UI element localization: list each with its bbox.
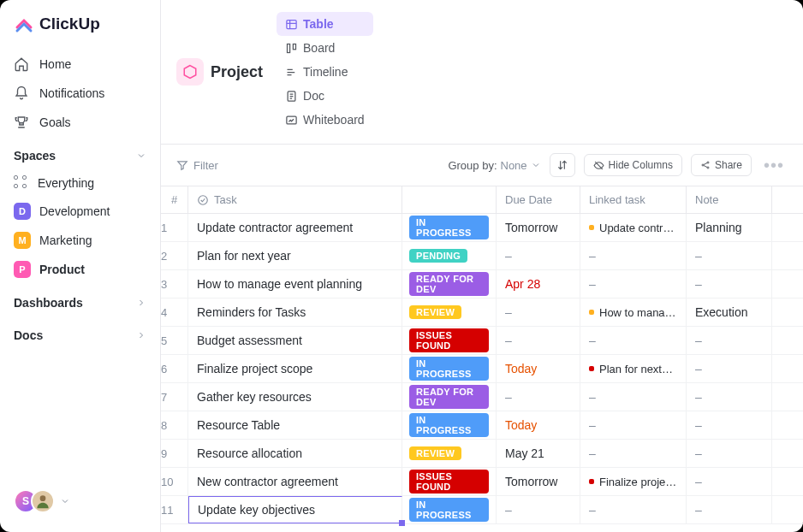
sidebar-space-product[interactable]: PProduct <box>0 255 160 284</box>
table-row[interactable]: 5 Budget assessment ISSUES FOUND – – – <box>161 327 803 355</box>
cell-note[interactable]: – <box>687 355 772 382</box>
cell-note[interactable]: Planning <box>687 214 772 241</box>
cell-status[interactable]: ISSUES FOUND <box>402 468 497 495</box>
cell-task[interactable]: Plan for next year <box>188 242 402 269</box>
sidebar-item-home[interactable]: Home <box>0 50 160 79</box>
cell-due-date[interactable]: Tomorrow <box>497 214 580 241</box>
cell-linked-task[interactable]: Plan for next… <box>580 355 687 382</box>
cell-due-date[interactable]: – <box>497 299 580 326</box>
logo[interactable]: ClickUp <box>0 14 160 50</box>
cell-due-date[interactable]: – <box>497 242 580 269</box>
cell-task[interactable]: Budget assessment <box>188 327 402 354</box>
share-button[interactable]: Share <box>691 154 752 176</box>
filter-button[interactable]: Filter <box>176 159 218 172</box>
cell-status[interactable]: IN PROGRESS <box>402 355 497 382</box>
cell-status[interactable]: IN PROGRESS <box>402 496 497 523</box>
cell-task[interactable]: Reminders for Tasks <box>188 299 402 326</box>
cell-status[interactable]: IN PROGRESS <box>402 411 497 439</box>
table-row[interactable]: 9 Resource allocation REVIEW May 21 – – <box>161 440 803 468</box>
cell-task[interactable]: New contractor agreement <box>188 468 402 495</box>
cell-due-date[interactable]: – <box>497 327 580 354</box>
cell-task[interactable]: Resource allocation <box>188 440 402 467</box>
cell-task[interactable]: Update contractor agreement <box>188 214 402 241</box>
column-header-linked[interactable]: Linked task <box>580 186 687 213</box>
group-by-selector[interactable]: Group by: None <box>448 159 540 172</box>
cell-linked-task[interactable]: – <box>580 242 687 269</box>
cell-task[interactable]: Resource Table <box>188 411 402 439</box>
cell-note[interactable]: – <box>687 496 772 523</box>
cell-linked-task[interactable]: – <box>580 327 687 354</box>
cell-task[interactable]: Finalize project scope <box>188 355 402 382</box>
cell-status[interactable]: REVIEW <box>402 440 497 467</box>
table-row[interactable]: 4 Reminders for Tasks REVIEW – How to ma… <box>161 299 803 327</box>
cell-due-date[interactable]: Today <box>497 411 580 439</box>
cell-status[interactable]: READY FOR DEV <box>402 383 497 411</box>
dashboards-header[interactable]: Dashboards <box>0 284 160 316</box>
cell-linked-task[interactable]: – <box>580 270 687 298</box>
cell-status[interactable]: IN PROGRESS <box>402 214 497 241</box>
sidebar-item-goals[interactable]: Goals <box>0 108 160 137</box>
more-button[interactable]: ••• <box>760 156 788 175</box>
cell-linked-task[interactable]: – <box>580 383 687 411</box>
column-header-status[interactable] <box>402 186 497 213</box>
cell-task[interactable]: Update key objectives <box>188 496 402 523</box>
cell-note[interactable]: Execution <box>687 299 772 326</box>
cell-linked-task[interactable]: – <box>580 411 687 439</box>
column-header-task[interactable]: Task <box>188 186 402 213</box>
cell-note[interactable]: – <box>687 440 772 467</box>
cell-note[interactable]: – <box>687 327 772 354</box>
cell-linked-task[interactable]: – <box>580 440 687 467</box>
space-badge: P <box>14 261 31 278</box>
cell-status[interactable]: PENDING <box>402 242 497 269</box>
docs-header[interactable]: Docs <box>0 316 160 349</box>
cell-note[interactable]: – <box>687 411 772 439</box>
table-row[interactable]: 3 How to manage event planning READY FOR… <box>161 270 803 299</box>
tab-timeline[interactable]: Timeline <box>277 60 373 84</box>
cell-note[interactable]: – <box>687 270 772 298</box>
table-row[interactable]: 6 Finalize project scope IN PROGRESS Tod… <box>161 355 803 383</box>
cell-linked-task[interactable]: Finalize proje… <box>580 468 687 495</box>
cell-note[interactable]: – <box>687 468 772 495</box>
spaces-header[interactable]: Spaces <box>0 137 160 169</box>
cell-due-date[interactable]: May 21 <box>497 440 580 467</box>
table-row[interactable]: 11 Update key objectives IN PROGRESS – –… <box>161 496 803 524</box>
table-row[interactable]: 1 Update contractor agreement IN PROGRES… <box>161 214 803 242</box>
table-row[interactable]: 2 Plan for next year PENDING – – – <box>161 242 803 270</box>
tab-table[interactable]: Table <box>277 12 373 36</box>
cell-due-date[interactable]: Tomorrow <box>497 468 580 495</box>
tab-doc[interactable]: Doc <box>277 84 373 108</box>
column-header-note[interactable]: Note <box>687 186 772 213</box>
hide-columns-button[interactable]: Hide Columns <box>584 154 682 176</box>
sidebar-space-development[interactable]: DDevelopment <box>0 197 160 226</box>
cell-linked-task[interactable]: Update contr… <box>580 214 687 241</box>
avatar[interactable] <box>31 489 55 513</box>
sidebar-item-everything[interactable]: Everything <box>0 169 160 197</box>
table-row[interactable]: 10 New contractor agreement ISSUES FOUND… <box>161 468 803 496</box>
svg-point-7 <box>707 162 709 163</box>
cell-status[interactable]: REVIEW <box>402 299 497 326</box>
cell-due-date[interactable]: – <box>497 383 580 411</box>
cell-due-date[interactable]: – <box>497 496 580 523</box>
sidebar-item-notifications[interactable]: Notifications <box>0 79 160 108</box>
cell-status[interactable]: READY FOR DEV <box>402 270 497 298</box>
cell-note[interactable]: – <box>687 383 772 411</box>
column-header-due[interactable]: Due Date <box>497 186 580 213</box>
cell-status[interactable]: ISSUES FOUND <box>402 327 497 354</box>
cell-due-date[interactable]: Today <box>497 355 580 382</box>
cell-linked-task[interactable]: – <box>580 496 687 523</box>
sort-button[interactable] <box>550 153 575 177</box>
user-avatars[interactable]: S <box>0 489 160 518</box>
cell-note[interactable]: – <box>687 242 772 269</box>
cell-task[interactable]: Gather key resources <box>188 383 402 411</box>
tab-board[interactable]: Board <box>277 36 373 60</box>
column-header-number[interactable]: # <box>161 186 188 213</box>
cell-due-date[interactable]: Apr 28 <box>497 270 580 298</box>
project-title-block[interactable]: Project <box>176 58 263 86</box>
cell-linked-task[interactable]: How to mana… <box>580 299 687 326</box>
sidebar-space-marketing[interactable]: MMarketing <box>0 226 160 255</box>
cell-task[interactable]: How to manage event planning <box>188 270 402 298</box>
table-row[interactable]: 7 Gather key resources READY FOR DEV – –… <box>161 383 803 411</box>
tab-whiteboard[interactable]: Whiteboard <box>277 108 373 132</box>
table-row[interactable]: 8 Resource Table IN PROGRESS Today – – <box>161 411 803 440</box>
space-label: Marketing <box>39 233 92 247</box>
